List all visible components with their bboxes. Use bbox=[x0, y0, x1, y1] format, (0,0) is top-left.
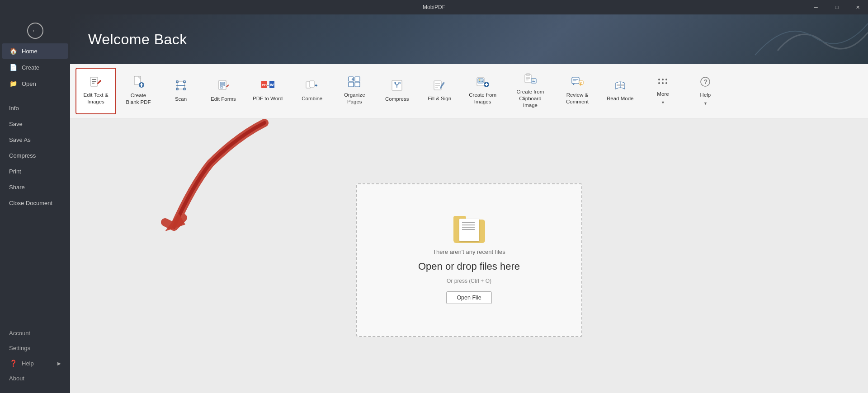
sidebar-divider bbox=[5, 96, 65, 96]
more-arrow-icon: ▼ bbox=[661, 100, 665, 105]
sidebar-item-home[interactable]: 🏠 Home bbox=[2, 43, 68, 59]
sidebar-bottom: Account Settings ❓ Help ▶ About bbox=[0, 326, 70, 393]
drop-zone[interactable]: There aren't any recent files Open or dr… bbox=[356, 183, 582, 337]
edit-text-images-label: Edit Text &Images bbox=[84, 92, 108, 105]
toolbar-btn-review-comment[interactable]: Review &Comment bbox=[557, 68, 598, 114]
combine-icon bbox=[306, 80, 318, 93]
create-blank-pdf-icon bbox=[132, 76, 144, 89]
svg-point-63 bbox=[662, 82, 664, 84]
sidebar-item-account[interactable]: Account bbox=[2, 326, 68, 341]
drop-sub-text: Or press (Ctrl + O) bbox=[447, 278, 491, 284]
edit-forms-label: Edit Forms bbox=[211, 96, 236, 103]
help-label: Help bbox=[22, 360, 34, 367]
toolbar-btn-edit-forms[interactable]: Edit Forms bbox=[203, 68, 244, 114]
sidebar-item-print[interactable]: Print bbox=[2, 164, 68, 179]
open-file-button[interactable]: Open File bbox=[446, 291, 491, 304]
fill-sign-icon bbox=[433, 80, 446, 93]
svg-rect-48 bbox=[572, 77, 579, 84]
back-button[interactable]: ← bbox=[27, 23, 43, 39]
organize-pages-icon bbox=[348, 76, 361, 89]
sidebar-item-help[interactable]: ❓ Help ▶ bbox=[2, 356, 68, 371]
folder-icon bbox=[453, 216, 485, 243]
sidebar-item-close-doc[interactable]: Close Document bbox=[2, 196, 68, 211]
toolbar-btn-create-from-clipboard[interactable]: Create fromClipboard Image bbox=[505, 68, 555, 114]
create-blank-pdf-label: CreateBlank PDF bbox=[126, 92, 151, 106]
toolbar-btn-compress[interactable]: Compress bbox=[377, 68, 417, 114]
more-icon bbox=[657, 77, 669, 88]
svg-rect-46 bbox=[531, 79, 536, 83]
svg-point-37 bbox=[479, 80, 480, 81]
print-label: Print bbox=[9, 168, 21, 175]
svg-rect-27 bbox=[349, 82, 354, 87]
info-label: Info bbox=[9, 105, 19, 112]
create-icon: 📄 bbox=[9, 64, 17, 71]
toolbar-btn-scan[interactable]: Scan bbox=[160, 68, 201, 114]
app-title: MobiPDF bbox=[423, 4, 445, 10]
sidebar-label-home: Home bbox=[22, 48, 38, 55]
help-arrow-icon: ▼ bbox=[703, 101, 708, 106]
page-title: Welcome Back bbox=[88, 31, 187, 48]
sidebar-item-create[interactable]: 📄 Create bbox=[2, 60, 68, 75]
save-as-label: Save As bbox=[9, 136, 31, 143]
fill-sign-label: Fill & Sign bbox=[428, 95, 451, 102]
more-label: More bbox=[657, 91, 669, 98]
open-icon: 📁 bbox=[9, 80, 17, 87]
close-button[interactable]: ✕ bbox=[847, 0, 868, 14]
compress-label: Compress bbox=[385, 96, 409, 103]
organize-pages-label: OrganizePages bbox=[344, 92, 365, 105]
sidebar-item-about[interactable]: About bbox=[2, 371, 68, 386]
create-from-clipboard-label: Create fromClipboard Image bbox=[513, 89, 548, 109]
sidebar-item-save-as[interactable]: Save As bbox=[2, 132, 68, 147]
review-comment-icon bbox=[571, 76, 584, 89]
sidebar-back[interactable]: ← bbox=[0, 18, 70, 43]
toolbar-btn-read-mode[interactable]: Read Mode bbox=[599, 68, 641, 114]
title-bar: MobiPDF ─ □ ✕ bbox=[0, 0, 868, 14]
svg-point-62 bbox=[658, 82, 660, 84]
svg-rect-24 bbox=[310, 81, 314, 87]
account-label: Account bbox=[9, 330, 30, 337]
svg-rect-51 bbox=[579, 81, 583, 84]
svg-point-47 bbox=[533, 80, 533, 80]
sidebar-item-info[interactable]: Info bbox=[2, 101, 68, 116]
svg-rect-26 bbox=[355, 77, 360, 81]
sidebar-item-settings[interactable]: Settings bbox=[2, 341, 68, 356]
toolbar-btn-fill-sign[interactable]: Fill & Sign bbox=[419, 68, 460, 114]
svg-rect-0 bbox=[90, 77, 98, 86]
svg-point-61 bbox=[665, 79, 667, 80]
read-mode-icon bbox=[614, 80, 626, 93]
arrow-annotation bbox=[138, 118, 283, 254]
scan-label: Scan bbox=[175, 96, 187, 103]
folder-doc bbox=[459, 219, 479, 241]
svg-text:?: ? bbox=[704, 78, 708, 85]
sidebar-item-save[interactable]: Save bbox=[2, 117, 68, 131]
create-from-images-label: Create fromImages bbox=[469, 92, 496, 105]
settings-label: Settings bbox=[9, 345, 30, 351]
toolbar-btn-combine[interactable]: Combine bbox=[292, 68, 332, 114]
maximize-button[interactable]: □ bbox=[826, 0, 847, 14]
combine-label: Combine bbox=[302, 95, 322, 102]
svg-point-64 bbox=[665, 82, 667, 84]
edit-forms-icon bbox=[217, 80, 229, 93]
edit-text-images-icon bbox=[90, 76, 102, 89]
create-from-clipboard-icon bbox=[524, 73, 537, 86]
drop-main-text: Open or drop files here bbox=[418, 261, 520, 272]
toolbar-btn-pdf-to-word[interactable]: PDF W PDF to Word bbox=[245, 68, 290, 114]
toolbar-btn-help[interactable]: ? Help ▼ bbox=[685, 68, 726, 114]
toolbar-btn-more[interactable]: More ▼ bbox=[642, 68, 683, 114]
pdf-to-word-label: PDF to Word bbox=[253, 95, 283, 102]
sidebar: ← 🏠 Home 📄 Create 📁 Open Info Save bbox=[0, 14, 70, 393]
toolbar-btn-organize-pages[interactable]: OrganizePages bbox=[334, 68, 375, 114]
sidebar-item-compress[interactable]: Compress bbox=[2, 148, 68, 163]
back-icon: ← bbox=[32, 27, 39, 35]
toolbar-btn-create-from-images[interactable]: Create fromImages bbox=[462, 68, 504, 114]
window-controls: ─ □ ✕ bbox=[806, 0, 868, 14]
sidebar-item-open[interactable]: 📁 Open bbox=[2, 76, 68, 91]
toolbar-btn-create-blank-pdf[interactable]: CreateBlank PDF bbox=[118, 68, 159, 114]
help-arrow-icon: ▶ bbox=[57, 361, 61, 366]
sidebar-item-share[interactable]: Share bbox=[2, 180, 68, 195]
minimize-button[interactable]: ─ bbox=[806, 0, 826, 14]
create-from-images-icon bbox=[476, 76, 489, 89]
home-icon: 🏠 bbox=[9, 47, 17, 55]
help-toolbar-label: Help bbox=[700, 92, 711, 98]
toolbar-btn-edit-text-images[interactable]: Edit Text &Images bbox=[75, 68, 116, 114]
